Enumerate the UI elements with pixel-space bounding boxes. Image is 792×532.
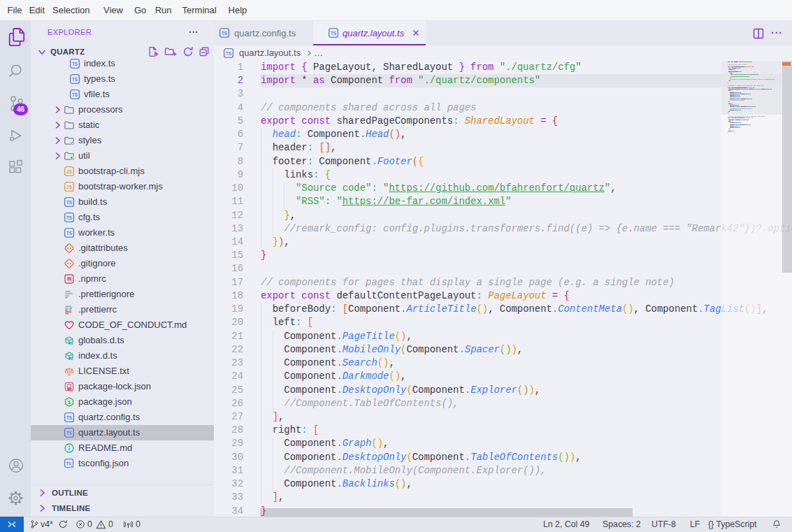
svg-text:TS: TS	[66, 415, 73, 420]
svg-text:TS: TS	[222, 31, 228, 36]
svg-text:TS: TS	[69, 341, 73, 345]
svg-text:TS: TS	[72, 77, 78, 82]
svg-text:TS: TS	[66, 231, 73, 236]
svg-text:TS: TS	[66, 215, 73, 220]
svg-text:TS: TS	[72, 62, 78, 66]
svg-text:$: $	[68, 400, 71, 405]
svg-text:TS: TS	[69, 357, 73, 361]
svg-text:TS: TS	[66, 461, 71, 466]
svg-text:TS: TS	[226, 51, 232, 56]
svg-text:TS: TS	[331, 31, 337, 36]
svg-text:JS: JS	[66, 185, 73, 189]
svg-text:TS: TS	[66, 200, 73, 205]
svg-text:JS: JS	[66, 169, 73, 174]
svg-text:TS: TS	[66, 431, 73, 436]
svg-text:TS: TS	[72, 92, 78, 97]
